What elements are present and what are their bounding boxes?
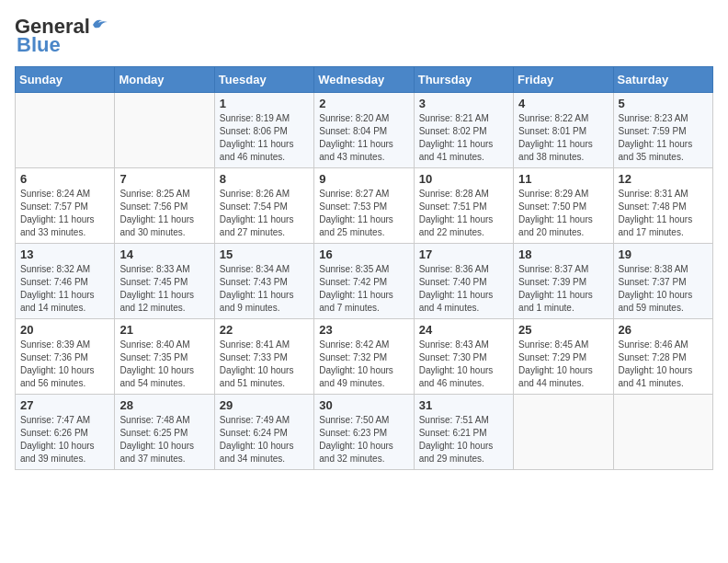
cell-info: Sunrise: 8:36 AM Sunset: 7:40 PM Dayligh… [419,263,508,315]
day-number: 30 [319,398,408,412]
cell-info: Sunrise: 8:28 AM Sunset: 7:51 PM Dayligh… [419,188,508,239]
cell-info: Sunrise: 8:42 AM Sunset: 7:32 PM Dayligh… [319,339,408,390]
cell-info: Sunrise: 8:39 AM Sunset: 7:36 PM Dayligh… [20,339,109,390]
cell-info: Sunrise: 8:25 AM Sunset: 7:56 PM Dayligh… [119,188,209,239]
calendar-cell: 17Sunrise: 8:36 AM Sunset: 7:40 PM Dayli… [414,244,513,319]
cell-info: Sunrise: 8:23 AM Sunset: 7:59 PM Dayligh… [619,112,708,164]
day-number: 1 [220,97,309,110]
day-number: 13 [20,247,109,261]
calendar-cell: 5Sunrise: 8:23 AM Sunset: 7:59 PM Daylig… [613,93,712,168]
cell-info: Sunrise: 8:24 AM Sunset: 7:57 PM Dayligh… [20,188,109,239]
cell-info: Sunrise: 7:47 AM Sunset: 6:26 PM Dayligh… [20,414,109,465]
header-sunday: Sunday [16,67,115,93]
page-header: General Blue [15,15,713,57]
calendar-cell: 28Sunrise: 7:48 AM Sunset: 6:25 PM Dayli… [115,395,214,470]
calendar-cell: 27Sunrise: 7:47 AM Sunset: 6:26 PM Dayli… [16,395,115,470]
day-number: 22 [220,323,309,337]
cell-info: Sunrise: 7:51 AM Sunset: 6:21 PM Dayligh… [419,414,508,465]
cell-info: Sunrise: 8:41 AM Sunset: 7:33 PM Dayligh… [220,339,309,390]
calendar-cell: 6Sunrise: 8:24 AM Sunset: 7:57 PM Daylig… [16,168,115,244]
day-number: 19 [619,247,708,261]
calendar-cell: 3Sunrise: 8:21 AM Sunset: 8:02 PM Daylig… [414,93,513,168]
cell-info: Sunrise: 8:46 AM Sunset: 7:28 PM Dayligh… [619,339,708,390]
calendar-cell: 2Sunrise: 8:20 AM Sunset: 8:04 PM Daylig… [314,93,414,168]
day-number: 5 [619,97,708,110]
day-number: 6 [20,172,109,186]
cell-info: Sunrise: 8:40 AM Sunset: 7:35 PM Dayligh… [119,339,209,390]
header-friday: Friday [514,67,613,93]
day-number: 11 [518,172,608,186]
logo: General Blue [15,15,109,57]
cell-info: Sunrise: 8:26 AM Sunset: 7:54 PM Dayligh… [220,188,309,239]
day-number: 18 [518,247,608,261]
cell-info: Sunrise: 8:33 AM Sunset: 7:45 PM Dayligh… [119,263,209,315]
cell-info: Sunrise: 8:32 AM Sunset: 7:46 PM Dayligh… [20,263,109,315]
cell-info: Sunrise: 8:45 AM Sunset: 7:29 PM Dayligh… [518,339,608,390]
calendar-cell: 23Sunrise: 8:42 AM Sunset: 7:32 PM Dayli… [314,319,414,395]
calendar-cell: 11Sunrise: 8:29 AM Sunset: 7:50 PM Dayli… [514,168,613,244]
day-number: 4 [518,97,608,110]
calendar-cell: 13Sunrise: 8:32 AM Sunset: 7:46 PM Dayli… [16,244,115,319]
calendar-cell [613,395,712,470]
week-row-4: 20Sunrise: 8:39 AM Sunset: 7:36 PM Dayli… [16,319,713,395]
cell-info: Sunrise: 8:29 AM Sunset: 7:50 PM Dayligh… [518,188,608,239]
day-number: 9 [319,172,408,186]
cell-info: Sunrise: 8:22 AM Sunset: 8:01 PM Dayligh… [518,112,608,164]
calendar-cell: 15Sunrise: 8:34 AM Sunset: 7:43 PM Dayli… [214,244,313,319]
calendar-cell: 1Sunrise: 8:19 AM Sunset: 8:06 PM Daylig… [214,93,313,168]
day-number: 21 [119,323,209,337]
header-wednesday: Wednesday [314,67,414,93]
cell-info: Sunrise: 8:38 AM Sunset: 7:37 PM Dayligh… [619,263,708,315]
day-number: 3 [419,97,508,110]
header-monday: Monday [115,67,214,93]
week-row-1: 1Sunrise: 8:19 AM Sunset: 8:06 PM Daylig… [16,93,713,168]
calendar-header-row: SundayMondayTuesdayWednesdayThursdayFrid… [16,67,713,93]
day-number: 24 [419,323,508,337]
day-number: 26 [619,323,708,337]
day-number: 14 [119,247,209,261]
week-row-3: 13Sunrise: 8:32 AM Sunset: 7:46 PM Dayli… [16,244,713,319]
header-saturday: Saturday [613,67,712,93]
day-number: 29 [220,398,309,412]
calendar-cell [115,93,214,168]
calendar-table: SundayMondayTuesdayWednesdayThursdayFrid… [15,66,713,470]
day-number: 23 [319,323,408,337]
calendar-cell: 9Sunrise: 8:27 AM Sunset: 7:53 PM Daylig… [314,168,414,244]
cell-info: Sunrise: 8:35 AM Sunset: 7:42 PM Dayligh… [319,263,408,315]
cell-info: Sunrise: 8:27 AM Sunset: 7:53 PM Dayligh… [319,188,408,239]
calendar-cell: 25Sunrise: 8:45 AM Sunset: 7:29 PM Dayli… [514,319,613,395]
day-number: 25 [518,323,608,337]
calendar-cell: 26Sunrise: 8:46 AM Sunset: 7:28 PM Dayli… [613,319,712,395]
header-tuesday: Tuesday [214,67,313,93]
calendar-cell: 14Sunrise: 8:33 AM Sunset: 7:45 PM Dayli… [115,244,214,319]
cell-info: Sunrise: 8:20 AM Sunset: 8:04 PM Dayligh… [319,112,408,164]
cell-info: Sunrise: 8:19 AM Sunset: 8:06 PM Dayligh… [220,112,309,164]
day-number: 12 [619,172,708,186]
cell-info: Sunrise: 7:49 AM Sunset: 6:24 PM Dayligh… [220,414,309,465]
header-thursday: Thursday [414,67,513,93]
week-row-2: 6Sunrise: 8:24 AM Sunset: 7:57 PM Daylig… [16,168,713,244]
calendar-cell: 7Sunrise: 8:25 AM Sunset: 7:56 PM Daylig… [115,168,214,244]
calendar-cell: 20Sunrise: 8:39 AM Sunset: 7:36 PM Dayli… [16,319,115,395]
cell-info: Sunrise: 8:21 AM Sunset: 8:02 PM Dayligh… [419,112,508,164]
cell-info: Sunrise: 8:43 AM Sunset: 7:30 PM Dayligh… [419,339,508,390]
calendar-cell [16,93,115,168]
calendar-cell: 18Sunrise: 8:37 AM Sunset: 7:39 PM Dayli… [514,244,613,319]
day-number: 27 [20,398,109,412]
cell-info: Sunrise: 8:31 AM Sunset: 7:48 PM Dayligh… [619,188,708,239]
day-number: 28 [119,398,209,412]
calendar-cell: 24Sunrise: 8:43 AM Sunset: 7:30 PM Dayli… [414,319,513,395]
day-number: 2 [319,97,408,110]
calendar-cell: 8Sunrise: 8:26 AM Sunset: 7:54 PM Daylig… [214,168,313,244]
day-number: 7 [119,172,209,186]
cell-info: Sunrise: 8:37 AM Sunset: 7:39 PM Dayligh… [518,263,608,315]
calendar-cell: 22Sunrise: 8:41 AM Sunset: 7:33 PM Dayli… [214,319,313,395]
day-number: 8 [220,172,309,186]
day-number: 16 [319,247,408,261]
calendar-cell: 16Sunrise: 8:35 AM Sunset: 7:42 PM Dayli… [314,244,414,319]
cell-info: Sunrise: 7:50 AM Sunset: 6:23 PM Dayligh… [319,414,408,465]
day-number: 10 [419,172,508,186]
calendar-cell: 12Sunrise: 8:31 AM Sunset: 7:48 PM Dayli… [613,168,712,244]
calendar-cell: 21Sunrise: 8:40 AM Sunset: 7:35 PM Dayli… [115,319,214,395]
calendar-cell: 4Sunrise: 8:22 AM Sunset: 8:01 PM Daylig… [514,93,613,168]
